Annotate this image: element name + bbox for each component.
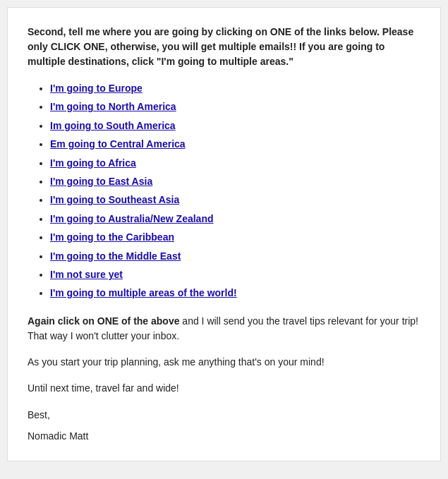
link-multiple-areas[interactable]: I'm going to multiple areas of the world… bbox=[50, 287, 237, 298]
list-item: I'm going to North America bbox=[50, 99, 420, 114]
paragraph-until-next: Until next time, travel far and wide! bbox=[28, 381, 420, 396]
list-item: I'm going to the Middle East bbox=[50, 248, 420, 264]
list-item: I'm going to multiple areas of the world… bbox=[50, 285, 420, 301]
list-item: I'm going to the Caribbean bbox=[50, 229, 420, 245]
list-item: I'm going to Africa bbox=[50, 155, 420, 171]
link-not-sure[interactable]: I'm not sure yet bbox=[50, 269, 123, 280]
paragraph-planning: As you start your trip planning, ask me … bbox=[28, 355, 420, 370]
link-south-america[interactable]: Im going to South America bbox=[50, 120, 176, 131]
list-item: I'm going to Southeast Asia bbox=[50, 192, 420, 207]
link-southeast-asia[interactable]: I'm going to Southeast Asia bbox=[50, 194, 179, 205]
link-middle-east[interactable]: I'm going to the Middle East bbox=[50, 250, 181, 262]
link-east-asia[interactable]: I'm going to East Asia bbox=[50, 176, 152, 187]
intro-paragraph: Second, tell me where you are going by c… bbox=[28, 25, 420, 69]
sign-off-block: Best, Nomadic Matt bbox=[28, 407, 420, 444]
list-item: Im going to South America bbox=[50, 118, 420, 133]
link-central-america[interactable]: Em going to Central America bbox=[50, 138, 186, 150]
list-item: I'm going to Europe bbox=[50, 80, 420, 96]
link-australia-nz[interactable]: I'm going to Australia/New Zealand bbox=[50, 213, 214, 224]
link-north-america[interactable]: I'm going to North America bbox=[50, 101, 176, 112]
list-item: I'm going to Australia/New Zealand bbox=[50, 211, 420, 226]
list-item: I'm going to East Asia bbox=[50, 174, 420, 189]
followup-paragraph: Again click on ONE of the above and I wi… bbox=[28, 314, 420, 344]
intro-bold-text: Second, tell me where you are going by c… bbox=[28, 26, 413, 67]
email-container: Second, tell me where you are going by c… bbox=[7, 7, 441, 461]
destination-links-list: I'm going to Europe I'm going to North A… bbox=[28, 80, 420, 301]
followup-bold: Again click on ONE of the above bbox=[28, 315, 179, 327]
sign-off-name: Nomadic Matt bbox=[28, 428, 420, 444]
link-europe[interactable]: I'm going to Europe bbox=[50, 83, 143, 94]
list-item: Em going to Central America bbox=[50, 136, 420, 152]
sign-off-best: Best, bbox=[28, 407, 420, 423]
link-caribbean[interactable]: I'm going to the Caribbean bbox=[50, 231, 174, 243]
link-africa[interactable]: I'm going to Africa bbox=[50, 157, 136, 169]
list-item: I'm not sure yet bbox=[50, 267, 420, 282]
